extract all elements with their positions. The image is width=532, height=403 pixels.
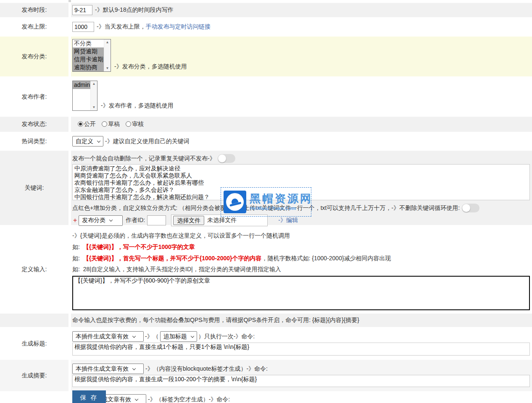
chevron-down-icon xyxy=(132,334,136,338)
gen-tag-after: -》（标签为空才生成）-》命令: xyxy=(148,396,230,403)
watermark: 黑帽资源网 HeiMaoZiYuan.Com xyxy=(221,187,311,217)
gen-title-mode-select[interactable]: 本插件生成文章有效 xyxy=(72,331,144,342)
category-select[interactable]: 发布分类 xyxy=(79,215,123,226)
watermark-logo-icon xyxy=(224,191,246,213)
gen-title-command-textarea[interactable]: 根据我提供给你的内容，直接生成1个标题，只要1个标题 \n\n{标题} xyxy=(72,343,530,356)
author-option[interactable]: admin xyxy=(73,81,90,89)
define-input-textarea[interactable]: 【{关键词}】，并写不少于{600-900}个字的原创文章 xyxy=(72,276,530,310)
scroll-up-icon[interactable]: ▲ xyxy=(106,39,109,45)
top-row-remnant xyxy=(0,0,532,2)
keep-keywords-toggle[interactable] xyxy=(462,204,479,212)
row-publish-time: 发布时段: -》默认9-18点的时间段内写作 xyxy=(0,3,532,17)
define-input-example-2: 如: 【{关键词}】，首先写一个标题，并写不少于{1000-2000}个字的内容… xyxy=(72,255,532,262)
radio-icon xyxy=(102,121,107,127)
gen-abstract-label: 生成摘要: xyxy=(0,360,68,391)
chevron-down-icon xyxy=(190,334,194,338)
column-divider xyxy=(68,0,71,2)
publish-time-input[interactable] xyxy=(72,5,92,15)
scroll-up-icon[interactable]: ▲ xyxy=(92,81,96,87)
publish-category-hint: -》发布分类，多选随机使用 xyxy=(114,63,187,71)
row-publish-author: 发布作者: admin ▲ ▼ -》发布作者，多选随机使用 xyxy=(0,78,532,116)
chevron-down-icon xyxy=(109,218,113,221)
row-bottom: 本插件生成文章有效 -》（标签为空才生成）-》命令: 保 存 xyxy=(0,392,532,403)
gen-abstract-after: -》（内容没有blockquote标签才生成）-》命令: xyxy=(145,365,268,373)
keywords-label: 关键词: xyxy=(0,151,68,225)
gen-title-after: ）只执行一次-》命令: xyxy=(198,333,255,340)
category-option[interactable]: 不分类 xyxy=(73,39,104,47)
chevron-down-icon xyxy=(135,397,138,400)
define-input-note: -》{关键词}是必须的，生成内容字数也在这里定义，可以设置多个一行一个随机调用 xyxy=(72,226,532,240)
watermark-title: 黑帽资源网 xyxy=(250,193,313,204)
radio-icon xyxy=(126,121,131,127)
category-option[interactable]: 信用卡逾期 xyxy=(73,55,104,63)
publish-category-label: 发布分类: xyxy=(0,37,68,76)
gen-abstract-mode-select[interactable]: 本插件生成文章有效 xyxy=(72,364,144,374)
row-publish-status: 发布状态: 公开 草稿 审核 xyxy=(0,117,532,132)
plugin-settings-page: 发布时段: -》默认9-18点的时间段内写作 发布上限: -》当天发布上限， 手… xyxy=(0,0,532,403)
auto-delete-toggle[interactable] xyxy=(218,154,235,163)
black-hat-icon xyxy=(228,197,241,207)
row-gen-title: 生成标题: 本插件生成文章有效 -》（ 追加标题 ）只执行一次-》命令: 根据我… xyxy=(0,328,532,359)
manual-publish-link[interactable]: 手动发布与定时访问链接 xyxy=(146,23,211,31)
hotword-type-select[interactable]: 自定义 xyxy=(72,136,103,147)
row-publish-category: 发布分类: 不分类 网贷逾期 信用卡逾期 逾期协商 ▲ ▼ -》发布分类，多选随… xyxy=(0,37,532,76)
row-define-input: 定义输入: -》{关键词}是必须的，生成内容字数也在这里定义，可以设置多个一行一… xyxy=(0,226,532,312)
row-command-note: 命令输入也是按字收费的，每个功能都会叠加QPS与费用，请根据QPS条件开启，命令… xyxy=(0,314,532,327)
chevron-down-icon xyxy=(132,366,136,370)
define-input-label: 定义输入: xyxy=(0,226,68,312)
publish-limit-hint: -》当天发布上限， xyxy=(97,23,146,31)
publish-author-listbox[interactable]: admin ▲ ▼ xyxy=(72,81,97,111)
define-input-example-1: 如: 【{关键词}】，写一个不少于1000字的文章 xyxy=(72,243,532,251)
radio-review[interactable]: 审核 xyxy=(126,120,144,128)
gen-title-label: 生成标题: xyxy=(0,328,68,359)
radio-draft[interactable]: 草稿 xyxy=(102,120,120,128)
publish-limit-label: 发布上限: xyxy=(0,18,68,35)
row-publish-limit: 发布上限: -》当天发布上限， 手动发布与定时访问链接 xyxy=(0,18,532,35)
choose-file-button[interactable]: 选择文件 xyxy=(173,216,204,225)
add-category-button[interactable]: + xyxy=(73,217,77,224)
publish-time-label: 发布时段: xyxy=(0,3,68,17)
gen-abstract-command-textarea[interactable]: 根据我提供给你的内容，直接生成一段100-200个字的摘要，\n\n{标题} xyxy=(72,375,530,387)
hotword-type-hint: -》建议自定义使用自己的关键词 xyxy=(105,138,190,145)
listbox-scrollbar[interactable]: ▲ ▼ xyxy=(104,39,111,71)
author-id-input[interactable] xyxy=(147,215,166,225)
category-option[interactable]: 网贷逾期 xyxy=(73,47,104,55)
chevron-down-icon xyxy=(97,139,100,142)
publish-author-label: 发布作者: xyxy=(0,78,68,116)
radio-public[interactable]: 公开 xyxy=(78,120,96,128)
row-hotword-type: 热词类型: 自定义 -》建议自定义使用自己的关键词 xyxy=(0,133,532,150)
author-id-label: 作者ID: xyxy=(126,217,145,224)
publish-limit-input[interactable] xyxy=(72,22,94,32)
watermark-site: HeiMaoZiYuan.Com xyxy=(250,206,313,211)
category-option[interactable]: 逾期协商 xyxy=(73,63,104,71)
append-title-select[interactable]: 追加标题 xyxy=(160,331,197,342)
define-input-example-3: 如: 28|自定义输入，支持输入开头指定分类ID|，指定分类的关键词使用指定输入 xyxy=(72,266,532,273)
scroll-down-icon[interactable]: ▼ xyxy=(106,65,109,71)
publish-category-listbox[interactable]: 不分类 网贷逾期 信用卡逾期 逾期协商 ▲ ▼ xyxy=(72,39,111,72)
listbox-scrollbar[interactable]: ▲ ▼ xyxy=(90,81,97,110)
scroll-down-icon[interactable]: ▼ xyxy=(92,105,96,110)
publish-author-hint: -》发布作者，多选随机使用 xyxy=(101,102,174,110)
gen-title-mid: -》（ xyxy=(145,333,159,340)
edit-link[interactable]: -》编辑 xyxy=(278,217,298,224)
command-note-text: 命令输入也是按字收费的，每个功能都会叠加QPS与费用，请根据QPS条件开启，命令… xyxy=(72,317,359,324)
file-status-text: 未选择文件 xyxy=(207,217,237,224)
row-gen-abstract: 生成摘要: 本插件生成文章有效 -》（内容没有blockquote标签才生成）-… xyxy=(0,360,532,391)
keywords-toggle-text: 发布一个就会自动删除一个，记录重复关键词不发布-》 xyxy=(72,155,216,162)
save-button[interactable]: 保 存 xyxy=(72,390,106,403)
publish-status-label: 发布状态: xyxy=(0,117,68,132)
radio-selected-icon xyxy=(78,121,83,127)
hotword-type-label: 热词类型: xyxy=(0,133,68,150)
publish-time-hint: -》默认9-18点的时间段内写作 xyxy=(95,6,174,14)
